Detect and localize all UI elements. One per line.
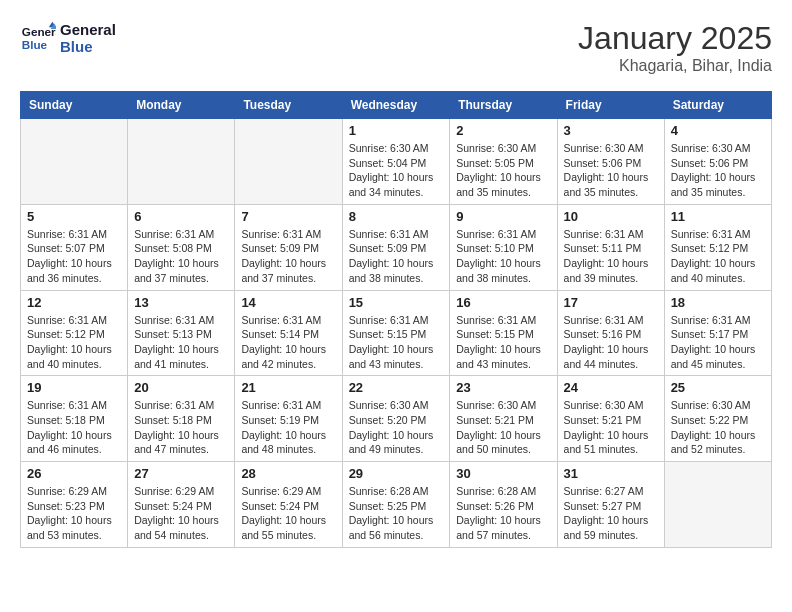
page-header: General Blue General Blue January 2025 K…	[20, 20, 772, 75]
svg-text:Blue: Blue	[22, 38, 48, 51]
calendar-cell: 31Sunrise: 6:27 AM Sunset: 5:27 PM Dayli…	[557, 462, 664, 548]
calendar-cell: 25Sunrise: 6:30 AM Sunset: 5:22 PM Dayli…	[664, 376, 771, 462]
week-row-1: 1Sunrise: 6:30 AM Sunset: 5:04 PM Daylig…	[21, 119, 772, 205]
day-number: 6	[134, 209, 228, 224]
day-info: Sunrise: 6:30 AM Sunset: 5:06 PM Dayligh…	[564, 141, 658, 200]
day-number: 28	[241, 466, 335, 481]
calendar-cell: 12Sunrise: 6:31 AM Sunset: 5:12 PM Dayli…	[21, 290, 128, 376]
day-number: 3	[564, 123, 658, 138]
day-info: Sunrise: 6:30 AM Sunset: 5:20 PM Dayligh…	[349, 398, 444, 457]
weekday-header-wednesday: Wednesday	[342, 92, 450, 119]
day-number: 8	[349, 209, 444, 224]
day-number: 12	[27, 295, 121, 310]
day-number: 22	[349, 380, 444, 395]
day-number: 25	[671, 380, 765, 395]
day-info: Sunrise: 6:27 AM Sunset: 5:27 PM Dayligh…	[564, 484, 658, 543]
calendar-cell: 14Sunrise: 6:31 AM Sunset: 5:14 PM Dayli…	[235, 290, 342, 376]
day-number: 26	[27, 466, 121, 481]
day-info: Sunrise: 6:30 AM Sunset: 5:21 PM Dayligh…	[564, 398, 658, 457]
weekday-header-saturday: Saturday	[664, 92, 771, 119]
day-info: Sunrise: 6:31 AM Sunset: 5:14 PM Dayligh…	[241, 313, 335, 372]
weekday-header-sunday: Sunday	[21, 92, 128, 119]
day-info: Sunrise: 6:31 AM Sunset: 5:17 PM Dayligh…	[671, 313, 765, 372]
calendar-cell	[128, 119, 235, 205]
day-info: Sunrise: 6:31 AM Sunset: 5:09 PM Dayligh…	[349, 227, 444, 286]
calendar-cell: 30Sunrise: 6:28 AM Sunset: 5:26 PM Dayli…	[450, 462, 557, 548]
calendar-table: SundayMondayTuesdayWednesdayThursdayFrid…	[20, 91, 772, 548]
calendar-title: January 2025	[578, 20, 772, 57]
day-info: Sunrise: 6:31 AM Sunset: 5:18 PM Dayligh…	[27, 398, 121, 457]
logo-line1: General	[60, 21, 116, 38]
day-info: Sunrise: 6:31 AM Sunset: 5:07 PM Dayligh…	[27, 227, 121, 286]
calendar-cell: 26Sunrise: 6:29 AM Sunset: 5:23 PM Dayli…	[21, 462, 128, 548]
logo-line2: Blue	[60, 38, 116, 55]
day-number: 13	[134, 295, 228, 310]
day-info: Sunrise: 6:31 AM Sunset: 5:15 PM Dayligh…	[456, 313, 550, 372]
day-number: 16	[456, 295, 550, 310]
calendar-cell: 8Sunrise: 6:31 AM Sunset: 5:09 PM Daylig…	[342, 204, 450, 290]
day-info: Sunrise: 6:29 AM Sunset: 5:24 PM Dayligh…	[241, 484, 335, 543]
calendar-cell: 6Sunrise: 6:31 AM Sunset: 5:08 PM Daylig…	[128, 204, 235, 290]
logo-icon: General Blue	[20, 20, 56, 56]
week-row-3: 12Sunrise: 6:31 AM Sunset: 5:12 PM Dayli…	[21, 290, 772, 376]
calendar-cell: 21Sunrise: 6:31 AM Sunset: 5:19 PM Dayli…	[235, 376, 342, 462]
logo: General Blue General Blue	[20, 20, 116, 56]
calendar-cell: 16Sunrise: 6:31 AM Sunset: 5:15 PM Dayli…	[450, 290, 557, 376]
day-number: 31	[564, 466, 658, 481]
calendar-cell: 27Sunrise: 6:29 AM Sunset: 5:24 PM Dayli…	[128, 462, 235, 548]
day-number: 1	[349, 123, 444, 138]
day-number: 18	[671, 295, 765, 310]
day-number: 27	[134, 466, 228, 481]
calendar-cell: 2Sunrise: 6:30 AM Sunset: 5:05 PM Daylig…	[450, 119, 557, 205]
calendar-cell: 4Sunrise: 6:30 AM Sunset: 5:06 PM Daylig…	[664, 119, 771, 205]
day-number: 29	[349, 466, 444, 481]
calendar-cell: 23Sunrise: 6:30 AM Sunset: 5:21 PM Dayli…	[450, 376, 557, 462]
title-block: January 2025 Khagaria, Bihar, India	[578, 20, 772, 75]
weekday-header-row: SundayMondayTuesdayWednesdayThursdayFrid…	[21, 92, 772, 119]
day-number: 2	[456, 123, 550, 138]
calendar-cell: 13Sunrise: 6:31 AM Sunset: 5:13 PM Dayli…	[128, 290, 235, 376]
day-info: Sunrise: 6:30 AM Sunset: 5:04 PM Dayligh…	[349, 141, 444, 200]
day-info: Sunrise: 6:30 AM Sunset: 5:22 PM Dayligh…	[671, 398, 765, 457]
day-info: Sunrise: 6:29 AM Sunset: 5:23 PM Dayligh…	[27, 484, 121, 543]
calendar-cell: 17Sunrise: 6:31 AM Sunset: 5:16 PM Dayli…	[557, 290, 664, 376]
calendar-cell: 5Sunrise: 6:31 AM Sunset: 5:07 PM Daylig…	[21, 204, 128, 290]
day-info: Sunrise: 6:31 AM Sunset: 5:08 PM Dayligh…	[134, 227, 228, 286]
calendar-cell: 24Sunrise: 6:30 AM Sunset: 5:21 PM Dayli…	[557, 376, 664, 462]
calendar-cell: 10Sunrise: 6:31 AM Sunset: 5:11 PM Dayli…	[557, 204, 664, 290]
calendar-cell: 18Sunrise: 6:31 AM Sunset: 5:17 PM Dayli…	[664, 290, 771, 376]
day-number: 10	[564, 209, 658, 224]
calendar-cell: 1Sunrise: 6:30 AM Sunset: 5:04 PM Daylig…	[342, 119, 450, 205]
calendar-cell: 22Sunrise: 6:30 AM Sunset: 5:20 PM Dayli…	[342, 376, 450, 462]
calendar-cell: 29Sunrise: 6:28 AM Sunset: 5:25 PM Dayli…	[342, 462, 450, 548]
calendar-cell: 20Sunrise: 6:31 AM Sunset: 5:18 PM Dayli…	[128, 376, 235, 462]
day-number: 15	[349, 295, 444, 310]
day-info: Sunrise: 6:31 AM Sunset: 5:13 PM Dayligh…	[134, 313, 228, 372]
day-info: Sunrise: 6:29 AM Sunset: 5:24 PM Dayligh…	[134, 484, 228, 543]
week-row-4: 19Sunrise: 6:31 AM Sunset: 5:18 PM Dayli…	[21, 376, 772, 462]
day-number: 5	[27, 209, 121, 224]
day-number: 23	[456, 380, 550, 395]
day-number: 24	[564, 380, 658, 395]
day-info: Sunrise: 6:30 AM Sunset: 5:21 PM Dayligh…	[456, 398, 550, 457]
calendar-cell	[21, 119, 128, 205]
day-number: 20	[134, 380, 228, 395]
day-number: 11	[671, 209, 765, 224]
week-row-5: 26Sunrise: 6:29 AM Sunset: 5:23 PM Dayli…	[21, 462, 772, 548]
day-number: 7	[241, 209, 335, 224]
day-number: 30	[456, 466, 550, 481]
day-number: 19	[27, 380, 121, 395]
day-number: 17	[564, 295, 658, 310]
week-row-2: 5Sunrise: 6:31 AM Sunset: 5:07 PM Daylig…	[21, 204, 772, 290]
day-info: Sunrise: 6:28 AM Sunset: 5:26 PM Dayligh…	[456, 484, 550, 543]
day-number: 21	[241, 380, 335, 395]
calendar-cell: 3Sunrise: 6:30 AM Sunset: 5:06 PM Daylig…	[557, 119, 664, 205]
calendar-cell: 28Sunrise: 6:29 AM Sunset: 5:24 PM Dayli…	[235, 462, 342, 548]
day-info: Sunrise: 6:31 AM Sunset: 5:12 PM Dayligh…	[671, 227, 765, 286]
weekday-header-monday: Monday	[128, 92, 235, 119]
day-info: Sunrise: 6:31 AM Sunset: 5:12 PM Dayligh…	[27, 313, 121, 372]
day-number: 14	[241, 295, 335, 310]
day-info: Sunrise: 6:28 AM Sunset: 5:25 PM Dayligh…	[349, 484, 444, 543]
day-number: 9	[456, 209, 550, 224]
day-info: Sunrise: 6:31 AM Sunset: 5:18 PM Dayligh…	[134, 398, 228, 457]
